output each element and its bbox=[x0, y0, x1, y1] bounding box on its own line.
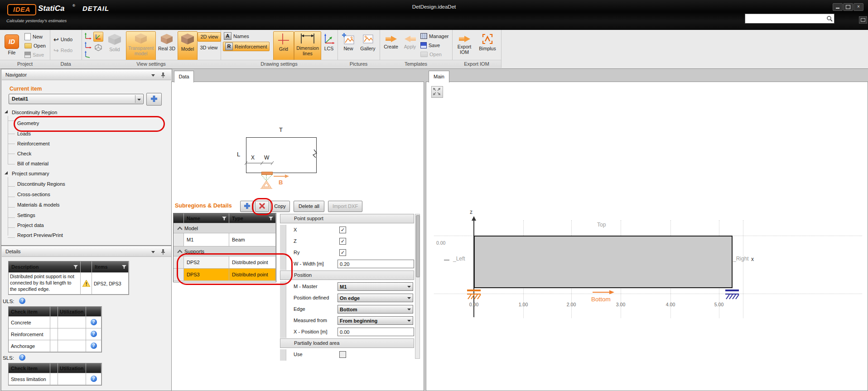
lcs-toggle[interactable]: LCS bbox=[321, 32, 337, 59]
filter-funnel-icon[interactable] bbox=[73, 265, 78, 269]
template-create-button[interactable]: Create bbox=[381, 32, 400, 59]
tree-expander-icon[interactable] bbox=[5, 171, 8, 174]
close-button[interactable]: × bbox=[854, 3, 863, 11]
properties-scrollbar[interactable] bbox=[415, 214, 420, 359]
open-button[interactable]: Open bbox=[24, 42, 46, 49]
measured-from-dropdown[interactable]: From beginning bbox=[338, 316, 413, 325]
stress-limitation-help-icon[interactable]: ? bbox=[91, 376, 97, 382]
zoom-extents-button[interactable] bbox=[431, 86, 443, 98]
tree-expander-icon[interactable] bbox=[5, 110, 8, 113]
edge-dropdown[interactable]: Bottom bbox=[338, 305, 413, 314]
grid-toggle[interactable]: Grid bbox=[273, 31, 294, 61]
import-dxf-button[interactable]: Import DXF bbox=[328, 201, 362, 212]
beam-edge-top-label[interactable]: Top bbox=[597, 222, 606, 228]
tree-item-settings[interactable]: Settings bbox=[17, 212, 35, 218]
beam-edge-right-label[interactable]: _Right bbox=[733, 256, 749, 262]
search-box[interactable] bbox=[745, 14, 834, 24]
row-selector[interactable] bbox=[174, 233, 184, 246]
tree-item-project-data[interactable]: Project data bbox=[17, 222, 44, 228]
tree-item-cross-sections[interactable]: Cross-sections bbox=[17, 192, 50, 197]
tree-item-geometry[interactable]: Geometry bbox=[17, 121, 39, 126]
view-axonometry-icon[interactable] bbox=[93, 32, 103, 42]
dps2-row-name[interactable]: DPS2 bbox=[184, 256, 229, 269]
dps3-row-type[interactable]: Distributed point bbox=[229, 269, 276, 281]
z-checkbox[interactable]: ✓ bbox=[339, 238, 346, 245]
undo-button[interactable]: ↩Undo bbox=[53, 35, 72, 43]
beam-edge-bottom-label[interactable]: Bottom bbox=[591, 296, 611, 303]
3d-view-button[interactable]: 3D view bbox=[198, 43, 220, 52]
partially-loaded-area-group-header[interactable]: Partially loaded area bbox=[280, 338, 414, 348]
x-position-input[interactable] bbox=[338, 328, 414, 336]
view-axis-xz-icon[interactable] bbox=[84, 42, 92, 49]
combo-dropdown-arrow-icon[interactable] bbox=[135, 95, 142, 103]
model-row-type[interactable]: Beam bbox=[229, 233, 276, 246]
details-pin-icon[interactable] bbox=[160, 249, 166, 255]
save-button[interactable]: Save bbox=[24, 51, 44, 58]
position-defined-dropdown[interactable]: On edge bbox=[338, 294, 413, 302]
tree-item-discontinuity-region[interactable]: Discontinuity Region bbox=[12, 110, 57, 115]
m-master-dropdown[interactable]: M1 bbox=[338, 282, 413, 291]
ribbon-options-icon[interactable] bbox=[859, 16, 867, 24]
navigator-pin-icon[interactable] bbox=[160, 72, 166, 78]
sls-help-icon[interactable]: ? bbox=[19, 354, 25, 361]
tree-item-materials-models[interactable]: Materials & models bbox=[17, 202, 60, 208]
picture-new-button[interactable]: New bbox=[339, 32, 357, 59]
point-support-group-header[interactable]: Point support bbox=[280, 214, 414, 223]
tab-data[interactable]: Data bbox=[174, 71, 194, 82]
current-item-combobox[interactable]: Detail1 bbox=[9, 94, 144, 104]
subregion-add-button[interactable] bbox=[240, 201, 254, 212]
tab-main[interactable]: Main bbox=[429, 71, 449, 82]
concrete-help-icon[interactable]: ? bbox=[91, 319, 97, 325]
copy-button[interactable]: Copy bbox=[270, 201, 290, 212]
dimension-lines-toggle[interactable]: Dimension lines bbox=[294, 31, 321, 61]
filter-funnel-icon[interactable] bbox=[122, 265, 126, 269]
reinforcement-help-icon[interactable]: ? bbox=[91, 331, 97, 337]
view-cube-icon[interactable] bbox=[94, 43, 102, 52]
group-row-model[interactable]: Model bbox=[174, 223, 276, 233]
tree-item-project-summary[interactable]: Project summary bbox=[12, 171, 49, 176]
export-iom-button[interactable]: Export IOM bbox=[454, 32, 475, 59]
use-checkbox[interactable] bbox=[339, 351, 346, 358]
w-width-input[interactable] bbox=[338, 260, 414, 268]
navigator-collapse-icon[interactable] bbox=[151, 74, 155, 77]
template-open-button[interactable]: Open bbox=[420, 50, 442, 58]
tree-item-bill-of-material[interactable]: Bill of material bbox=[17, 161, 48, 166]
template-save-button[interactable]: Save bbox=[420, 41, 440, 49]
details-collapse-icon[interactable] bbox=[151, 251, 155, 253]
2d-view-button[interactable]: 2D view bbox=[198, 32, 221, 42]
x-checkbox[interactable]: ✓ bbox=[339, 227, 346, 233]
template-apply-button[interactable]: Apply bbox=[401, 32, 419, 59]
file-button[interactable]: ID File bbox=[2, 33, 22, 60]
model-view-button[interactable]: Model bbox=[178, 31, 198, 61]
view-axis-xy-icon[interactable] bbox=[84, 33, 92, 40]
model-row-name[interactable]: M1 bbox=[184, 233, 229, 246]
tree-item-loads[interactable]: Loads bbox=[17, 131, 31, 136]
filter-funnel-icon[interactable] bbox=[222, 217, 227, 221]
row-selector[interactable] bbox=[174, 269, 184, 281]
subregion-delete-button[interactable] bbox=[255, 201, 269, 212]
beam-edge-left-label[interactable]: _Left bbox=[453, 256, 465, 262]
redo-button[interactable]: ↪Redo bbox=[53, 46, 72, 54]
tree-item-check[interactable]: Check bbox=[17, 151, 31, 156]
names-toggle[interactable]: ANames bbox=[224, 32, 249, 40]
position-group-header[interactable]: Position bbox=[280, 270, 414, 280]
dps3-row-name[interactable]: DPS3 bbox=[184, 269, 229, 281]
anchorage-help-icon[interactable]: ? bbox=[91, 343, 97, 349]
ry-checkbox[interactable]: ✓ bbox=[339, 249, 346, 256]
new-button[interactable]: New bbox=[24, 33, 43, 40]
solid-view-button[interactable]: Solid bbox=[104, 32, 125, 59]
bimplus-button[interactable]: Bimplus bbox=[477, 32, 498, 59]
picture-gallery-button[interactable]: Gallery bbox=[358, 32, 377, 59]
transparent-model-button[interactable]: Transparent model bbox=[126, 31, 156, 61]
add-detail-button[interactable] bbox=[146, 93, 162, 106]
search-input[interactable] bbox=[746, 14, 826, 23]
uls-help-icon[interactable]: ? bbox=[19, 298, 25, 304]
filter-funnel-icon[interactable] bbox=[269, 217, 273, 221]
minimize-button[interactable] bbox=[833, 3, 843, 11]
tree-item-discontinuity-regions[interactable]: Discontinuity Regions bbox=[17, 181, 65, 187]
real-3d-button[interactable]: Real 3D bbox=[157, 32, 177, 59]
tree-item-report-preview-print[interactable]: Report Preview/Print bbox=[17, 232, 63, 238]
left-support-icon[interactable] bbox=[466, 289, 482, 301]
dps2-row-type[interactable]: Distributed point bbox=[229, 256, 276, 269]
beam-region[interactable] bbox=[474, 236, 733, 288]
